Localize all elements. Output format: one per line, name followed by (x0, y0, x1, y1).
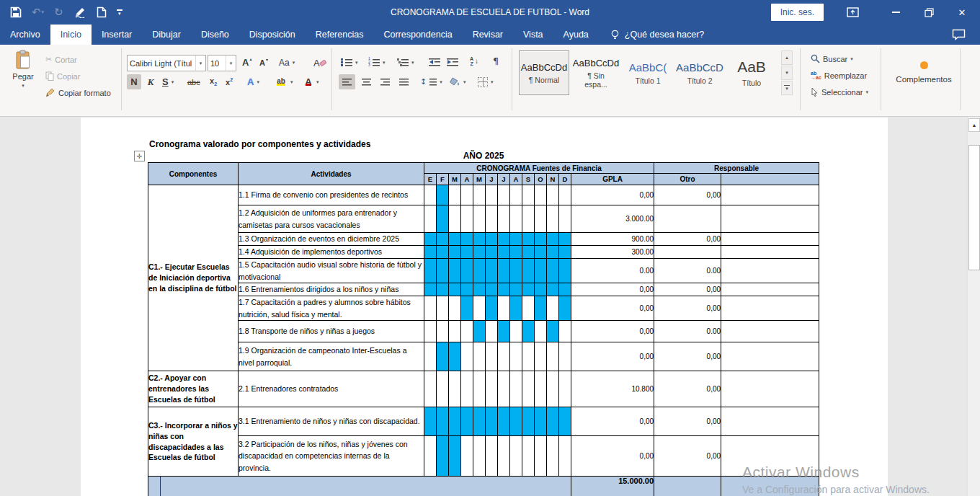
gantt-cell[interactable] (424, 407, 437, 436)
gantt-cell[interactable] (449, 246, 461, 259)
gpla-cell[interactable]: 0,00 (571, 283, 654, 296)
gantt-cell[interactable] (510, 205, 522, 233)
gpla-cell[interactable]: 0,00 (571, 321, 654, 342)
gantt-cell[interactable] (498, 185, 510, 205)
responsable-cell[interactable] (721, 407, 819, 436)
otro-cell[interactable]: 0,00 (654, 407, 721, 436)
gantt-cell[interactable] (424, 283, 437, 296)
otro-cell[interactable]: 0,00 (654, 342, 721, 371)
gantt-cell[interactable] (473, 259, 486, 283)
tab-disposicion[interactable]: Disposición (239, 25, 306, 45)
gantt-cell[interactable] (498, 259, 510, 283)
gantt-cell[interactable] (535, 246, 547, 259)
gantt-cell[interactable] (461, 407, 473, 436)
gantt-cell[interactable] (547, 246, 559, 259)
gantt-cell[interactable] (437, 436, 449, 477)
gantt-cell[interactable] (473, 205, 486, 233)
gantt-cell[interactable] (449, 296, 461, 321)
month-header[interactable]: D (559, 174, 571, 185)
gantt-cell[interactable] (486, 342, 498, 371)
gantt-cell[interactable] (424, 259, 437, 283)
align-left-button[interactable] (339, 74, 355, 89)
gpla-cell[interactable]: 0,00 (571, 436, 654, 477)
tab-dibujar[interactable]: Dibujar (142, 25, 191, 45)
increase-indent-button[interactable] (445, 55, 460, 70)
undo-button[interactable]: ↶▾ (32, 7, 44, 18)
show-paragraph-marks-button[interactable]: ¶ (491, 53, 501, 68)
gpla-cell[interactable]: 0,00 (571, 407, 654, 436)
gantt-cell[interactable] (461, 283, 473, 296)
responsable-cell[interactable] (721, 321, 819, 342)
align-right-button[interactable] (377, 74, 393, 89)
gantt-cell[interactable] (486, 246, 498, 259)
paste-button[interactable]: Pegar ▾ (7, 49, 39, 104)
gantt-cell[interactable] (559, 283, 571, 296)
gantt-cell[interactable] (424, 321, 437, 342)
gpla-cell[interactable]: 10.800 (571, 371, 654, 407)
gantt-cell[interactable] (535, 296, 547, 321)
multilevel-list-button[interactable]: ▾ (395, 55, 416, 70)
shading-button[interactable]: ▾ (447, 74, 468, 89)
gantt-cell[interactable] (559, 205, 571, 233)
tab-diseno[interactable]: Diseño (191, 25, 239, 45)
gpla-cell[interactable]: 0,00 (571, 185, 654, 205)
gantt-cell[interactable] (449, 185, 461, 205)
gantt-cell[interactable] (461, 259, 473, 283)
gantt-cell[interactable] (449, 436, 461, 477)
subscript-button[interactable]: x2 (208, 74, 219, 89)
line-spacing-button[interactable]: ↕▾ (418, 74, 445, 89)
gantt-cell[interactable] (498, 342, 510, 371)
gantt-cell[interactable] (522, 233, 535, 246)
gantt-cell[interactable] (522, 246, 535, 259)
gantt-cell[interactable] (535, 283, 547, 296)
gantt-cell[interactable] (449, 371, 461, 407)
actividades-header[interactable]: Actividades (239, 163, 424, 185)
gantt-cell[interactable] (510, 436, 522, 477)
gantt-cell[interactable] (437, 371, 449, 407)
feedback-button[interactable] (948, 25, 970, 45)
total-lead-cell[interactable] (148, 477, 571, 496)
align-center-button[interactable] (358, 74, 375, 89)
gantt-cell[interactable] (486, 436, 498, 477)
gantt-cell[interactable] (424, 296, 437, 321)
month-header[interactable]: A (461, 174, 473, 185)
gantt-cell[interactable] (437, 259, 449, 283)
activity-cell[interactable]: 1.6 Entrenamientos dirigidos a los niños… (239, 283, 424, 296)
bold-button[interactable]: N (127, 74, 141, 89)
shrink-font-button[interactable]: A▾ (257, 55, 270, 70)
otro-cell[interactable]: 0.00 (654, 321, 721, 342)
gantt-cell[interactable] (473, 342, 486, 371)
component-cell[interactable]: C3.- Incorporar a niños y niñas con disc… (148, 407, 239, 477)
gantt-cell[interactable] (510, 371, 522, 407)
otro-cell[interactable] (654, 205, 721, 233)
highlight-button[interactable]: ab ▾ (272, 74, 295, 89)
gantt-cell[interactable] (461, 233, 473, 246)
activity-cell[interactable]: 1.1 Firma de convenio con presidentes de… (239, 185, 424, 205)
format-painter-button[interactable]: Copiar formato (43, 85, 113, 100)
gpla-cell[interactable]: 0,00 (571, 342, 654, 371)
draw-button[interactable] (74, 6, 86, 18)
cronograma-header[interactable]: CRONOGRAMA Fuentes de Financia (424, 163, 654, 174)
otro-cell[interactable]: 0,00 (654, 283, 721, 296)
gantt-cell[interactable] (522, 185, 535, 205)
font-size-combo[interactable]: 10 ▾ (208, 55, 236, 71)
italic-button[interactable]: K (144, 74, 157, 89)
scroll-up-button[interactable]: ▲ (968, 118, 980, 132)
gantt-cell[interactable] (498, 436, 510, 477)
gantt-cell[interactable] (510, 233, 522, 246)
responsable-cell[interactable] (721, 259, 819, 283)
gantt-cell[interactable] (473, 296, 486, 321)
gantt-cell[interactable] (424, 436, 437, 477)
text-effects-button[interactable]: A▾ (245, 74, 262, 89)
gantt-cell[interactable] (461, 371, 473, 407)
otro-header[interactable]: Otro (654, 174, 721, 185)
superscript-button[interactable]: x2 (223, 74, 235, 89)
activity-cell[interactable]: 3.1 Entrenamiento de niños y niñas con d… (239, 407, 424, 436)
gantt-cell[interactable] (449, 205, 461, 233)
gantt-cell[interactable] (547, 342, 559, 371)
activity-cell[interactable]: 2.1 Entrenadores contratados (239, 371, 424, 407)
ribbon-display-options-button[interactable] (842, 6, 863, 18)
gpla-cell[interactable]: 900.00 (571, 233, 654, 246)
gantt-cell[interactable] (547, 283, 559, 296)
gantt-cell[interactable] (522, 371, 535, 407)
